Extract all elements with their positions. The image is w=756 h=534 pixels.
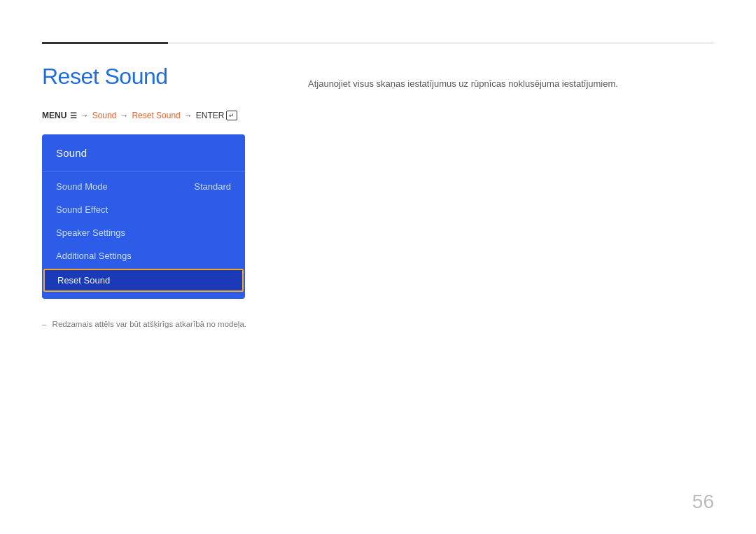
breadcrumb-link-sound[interactable]: Sound <box>92 111 117 120</box>
menu-separator <box>42 171 245 172</box>
menu-item-sound-effect-label: Sound Effect <box>56 204 108 215</box>
menu-item-reset-sound-label: Reset Sound <box>57 275 110 286</box>
menu-item-speaker-settings[interactable]: Speaker Settings <box>42 221 245 244</box>
dark-line <box>42 42 168 44</box>
breadcrumb-menu: MENU ☰ <box>42 111 77 120</box>
breadcrumb-arrow-1: → <box>80 111 89 120</box>
menu-item-sound-mode[interactable]: Sound Mode Standard <box>42 175 245 198</box>
page-container: Reset Sound Atjaunojiet visus skaņas ies… <box>0 0 756 534</box>
note-content: Redzamais attēls var būt atšķirīgs atkar… <box>52 320 246 328</box>
breadcrumb-arrow-3: → <box>184 111 192 120</box>
light-line <box>168 43 714 43</box>
breadcrumb-current: Reset Sound <box>132 111 180 120</box>
menu-item-sound-mode-label: Sound Mode <box>56 181 108 192</box>
menu-item-speaker-settings-label: Speaker Settings <box>56 227 125 238</box>
enter-icon: ↵ <box>226 111 237 120</box>
breadcrumb-arrow-2: → <box>120 111 128 120</box>
menu-item-sound-mode-value: Standard <box>194 181 231 192</box>
menu-item-reset-sound[interactable]: Reset Sound <box>43 269 244 292</box>
menu-item-additional-settings-label: Additional Settings <box>56 251 132 261</box>
breadcrumb: MENU ☰ → Sound → Reset Sound → ENTER ↵ <box>42 111 714 120</box>
menu-item-additional-settings[interactable]: Additional Settings <box>42 244 245 267</box>
menu-item-sound-effect[interactable]: Sound Effect <box>42 198 245 221</box>
note-text: – Redzamais attēls var būt atšķirīgs atk… <box>42 320 714 328</box>
breadcrumb-enter: ENTER ↵ <box>196 111 238 120</box>
description-text: Atjaunojiet visus skaņas iestatījumus uz… <box>308 77 714 91</box>
menu-header: Sound <box>42 140 245 169</box>
top-decorative-lines <box>42 42 714 44</box>
sound-menu-panel: Sound Sound Mode Standard Sound Effect S… <box>42 134 245 299</box>
page-number: 56 <box>692 491 714 513</box>
